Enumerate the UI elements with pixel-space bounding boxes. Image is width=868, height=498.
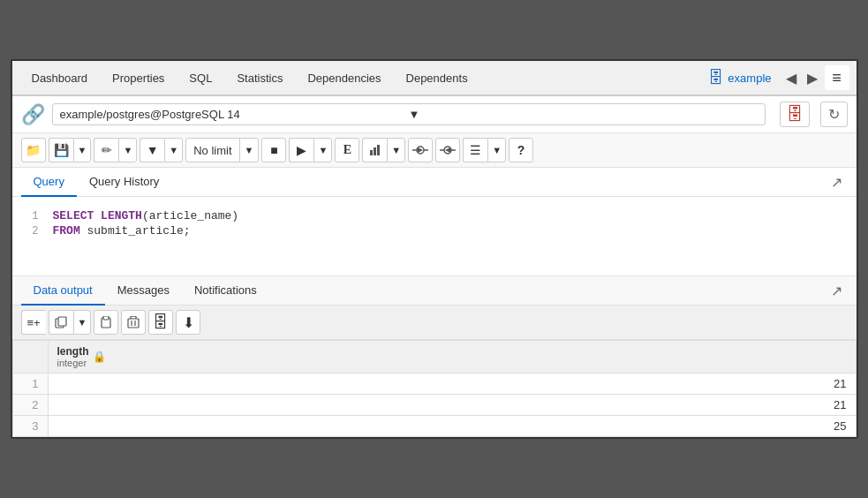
- tab-dependents[interactable]: Dependents: [394, 62, 480, 95]
- cell-length-3: 25: [48, 416, 856, 437]
- filter-group: ▼ ▼: [140, 138, 183, 162]
- svg-rect-2: [377, 145, 380, 155]
- col-lock-icon: 🔒: [93, 351, 106, 363]
- connection-dropdown-icon[interactable]: ▼: [409, 108, 758, 121]
- rollback-button[interactable]: [435, 138, 460, 162]
- connection-link-icon[interactable]: 🔗: [21, 103, 45, 126]
- edit-dropdown-button[interactable]: ▼: [118, 138, 137, 162]
- filter-button[interactable]: ▼: [140, 138, 164, 162]
- top-nav: Dashboard Properties SQL Statistics Depe…: [12, 61, 857, 96]
- edit-group: ✏ ▼: [94, 138, 137, 162]
- active-db-label: example: [728, 72, 771, 85]
- stop-button[interactable]: ■: [261, 138, 286, 162]
- db-icon: 🗄: [708, 69, 724, 87]
- connection-db-button[interactable]: 🗄: [780, 102, 810, 127]
- macros-button[interactable]: ☰: [463, 138, 487, 162]
- active-db-tab[interactable]: 🗄 example: [701, 69, 778, 87]
- row-num-2: 2: [12, 395, 48, 416]
- col-name-length: length: [57, 345, 89, 358]
- chart-button[interactable]: [362, 138, 387, 162]
- connection-bar: 🔗 example/postgres@PostgreSQL 14 ▼ 🗄 ↻: [12, 96, 857, 133]
- limit-dropdown[interactable]: No limit ▼: [185, 138, 259, 162]
- explain-button[interactable]: E: [335, 138, 359, 162]
- table-row: 1 21: [12, 374, 856, 395]
- run-dropdown-button[interactable]: ▼: [313, 138, 332, 162]
- svg-rect-13: [128, 319, 139, 328]
- keyword-from: FROM: [53, 224, 87, 238]
- code-editor[interactable]: 1 SELECT LENGTH (article_name) 2 FROM su…: [12, 197, 857, 276]
- code-line-1: 1 SELECT LENGTH (article_name): [21, 209, 848, 223]
- table-row: 3 25: [12, 416, 856, 437]
- svg-rect-0: [370, 150, 373, 155]
- tab-data-output[interactable]: Data output: [21, 276, 105, 306]
- line-number-1: 1: [21, 210, 39, 223]
- col-type-length: integer: [57, 358, 89, 368]
- connection-refresh-button[interactable]: ↻: [820, 102, 848, 127]
- nav-prev-icon[interactable]: ◀: [782, 68, 800, 88]
- limit-arrow-icon[interactable]: ▼: [239, 139, 259, 162]
- tab-dashboard[interactable]: Dashboard: [19, 62, 101, 95]
- save-button[interactable]: 💾: [49, 138, 73, 162]
- cell-length-2: 21: [48, 395, 856, 416]
- add-row-group: ≡+: [21, 310, 46, 335]
- tab-messages[interactable]: Messages: [105, 276, 182, 306]
- connection-input-wrap[interactable]: example/postgres@PostgreSQL 14 ▼: [52, 103, 766, 125]
- connection-value: example/postgres@PostgreSQL 14: [60, 108, 409, 121]
- col-header-rownum: [12, 341, 48, 374]
- result-table: length integer 🔒 1 21 2 21: [12, 340, 857, 437]
- main-toolbar: 📁 💾 ▼ ✏ ▼ ▼ ▼ No limit ▼ ■ ▶ ▼ E ▼: [12, 133, 857, 168]
- run-button[interactable]: ▶: [289, 138, 313, 162]
- query-tabs: Query Query History ↗: [12, 168, 857, 197]
- copy-dropdown-button[interactable]: ▼: [73, 310, 92, 335]
- more-options-button[interactable]: ≡: [825, 65, 849, 90]
- save-group: 💾 ▼: [49, 138, 92, 162]
- data-table-wrap: length integer 🔒 1 21 2 21: [12, 340, 857, 437]
- help-button[interactable]: ?: [509, 138, 533, 162]
- copy-button[interactable]: [49, 310, 73, 335]
- row-num-3: 3: [12, 416, 48, 437]
- col-header-length: length integer 🔒: [48, 341, 856, 374]
- delete-row-button[interactable]: [121, 310, 146, 335]
- chart-dropdown-button[interactable]: ▼: [387, 138, 405, 162]
- line-number-2: 2: [21, 225, 39, 238]
- svg-rect-10: [58, 317, 66, 326]
- nav-next-icon[interactable]: ▶: [804, 68, 821, 88]
- download-button[interactable]: ⬇: [176, 310, 200, 335]
- filter-dropdown-button[interactable]: ▼: [164, 138, 183, 162]
- result-tabs: Data output Messages Notifications ↗: [12, 276, 857, 306]
- tab-properties[interactable]: Properties: [100, 62, 177, 95]
- tab-query[interactable]: Query: [21, 168, 77, 197]
- code-args-1: (article_name): [142, 209, 238, 223]
- table-header-row: length integer 🔒: [12, 341, 856, 374]
- macros-group: ☰ ▼: [463, 138, 506, 162]
- nav-right: 🗄 example ◀ ▶ ≡: [701, 65, 849, 90]
- row-num-1: 1: [12, 374, 48, 395]
- tab-dependencies[interactable]: Dependencies: [295, 62, 393, 95]
- result-expand-icon[interactable]: ↗: [826, 277, 848, 305]
- limit-label: No limit: [186, 144, 238, 157]
- table-row: 2 21: [12, 395, 856, 416]
- commit-button[interactable]: [408, 138, 433, 162]
- svg-rect-12: [103, 316, 109, 320]
- tab-notifications[interactable]: Notifications: [182, 276, 269, 306]
- tab-statistics[interactable]: Statistics: [224, 62, 295, 95]
- save-data-button[interactable]: 🗄: [148, 310, 173, 335]
- edit-button[interactable]: ✏: [94, 138, 118, 162]
- macros-dropdown-button[interactable]: ▼: [487, 138, 506, 162]
- query-expand-icon[interactable]: ↗: [826, 169, 848, 196]
- keyword-select: SELECT: [53, 209, 102, 223]
- result-toolbar: ≡+ ▼ 🗄 ⬇: [12, 306, 857, 340]
- main-window: Dashboard Properties SQL Statistics Depe…: [11, 59, 858, 439]
- open-file-button[interactable]: 📁: [21, 138, 46, 162]
- run-group: ▶ ▼: [289, 138, 332, 162]
- save-dropdown-button[interactable]: ▼: [73, 138, 92, 162]
- add-row-button[interactable]: ≡+: [21, 310, 46, 335]
- code-line-2: 2 FROM submit_article;: [21, 224, 848, 238]
- chart-group: ▼: [362, 138, 405, 162]
- code-table-name: submit_article;: [87, 224, 191, 238]
- tab-sql[interactable]: SQL: [177, 62, 224, 95]
- svg-rect-1: [374, 147, 376, 155]
- paste-button[interactable]: [94, 310, 118, 335]
- copy-group: ▼: [49, 310, 92, 335]
- tab-query-history[interactable]: Query History: [77, 168, 171, 197]
